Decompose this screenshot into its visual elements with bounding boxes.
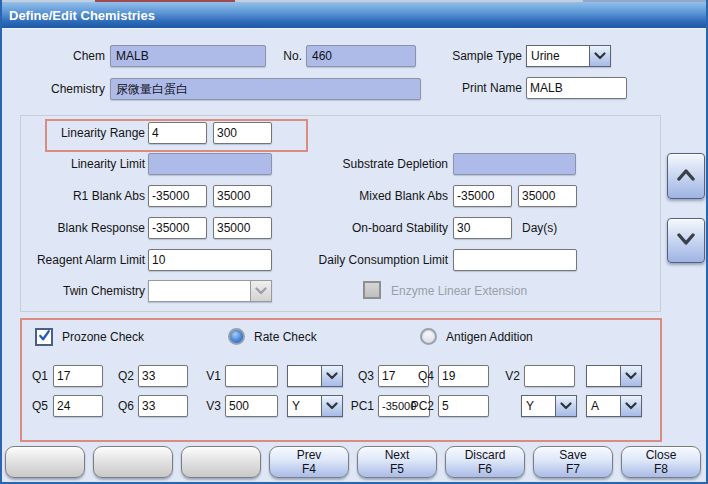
sample-type-value: Urine: [527, 46, 589, 66]
v2-input[interactable]: [524, 365, 575, 387]
button-label: Close: [646, 448, 677, 462]
pc-mode-combo[interactable]: A: [586, 395, 642, 417]
enzyme-linear-extension-checkbox: [363, 281, 381, 299]
twin-chemistry-label: Twin Chemistry: [20, 280, 145, 302]
substrate-depletion-field: [453, 153, 576, 175]
sample-type-label: Sample Type: [428, 45, 522, 67]
pc2-input[interactable]: [438, 395, 489, 417]
chemistry-field: 尿微量白蛋白: [110, 78, 421, 100]
linearity-limit-field: [148, 153, 272, 175]
print-name-input[interactable]: [526, 77, 627, 99]
chevron-down-icon: [676, 232, 696, 250]
chevron-down-icon[interactable]: [620, 396, 641, 416]
linearity-range-label: Linearity Range: [20, 122, 145, 144]
v1-input[interactable]: [225, 365, 278, 387]
next-button[interactable]: Next F5: [357, 446, 437, 478]
v1-unit-combo[interactable]: [287, 365, 343, 387]
twin-chemistry-value: [149, 281, 250, 301]
scroll-up-button[interactable]: [667, 153, 705, 199]
mixed-blank-abs-label: Mixed Blank Abs: [305, 185, 448, 207]
q2-label: Q2: [108, 365, 134, 387]
sample-type-combo[interactable]: Urine: [526, 45, 611, 67]
q6-label: Q6: [108, 395, 134, 417]
button-label: Next: [385, 448, 410, 462]
r1-blank-abs-high-input[interactable]: [213, 185, 272, 207]
enzyme-linear-extension-label: Enzyme Linear Extension: [391, 280, 527, 302]
q3-label: Q3: [348, 365, 374, 387]
v1-unit-value: [288, 366, 321, 386]
pc-mode-value: A: [587, 396, 620, 416]
chem-label: Chem: [30, 45, 105, 67]
substrate-depletion-label: Substrate Depletion: [305, 153, 448, 175]
pc-flag-value: Y: [522, 396, 555, 416]
chemistry-label: Chemistry: [30, 78, 105, 100]
button-key: F4: [302, 462, 316, 476]
linearity-range-low-input[interactable]: [148, 122, 207, 144]
onboard-stability-unit: Day(s): [522, 217, 557, 239]
prozone-check-label: Prozone Check: [62, 326, 144, 348]
onboard-stability-input[interactable]: [453, 217, 512, 239]
mixed-blank-abs-low-input[interactable]: [453, 185, 512, 207]
v2-label: V2: [494, 365, 520, 387]
twin-chemistry-combo: [148, 280, 272, 302]
q5-label: Q5: [24, 395, 48, 417]
r1-blank-abs-low-input[interactable]: [148, 185, 207, 207]
button-label: Discard: [465, 448, 506, 462]
q2-input[interactable]: [138, 365, 188, 387]
daily-consumption-limit-label: Daily Consumption Limit: [305, 249, 448, 271]
rate-check-label: Rate Check: [254, 326, 317, 348]
q1-input[interactable]: [53, 365, 103, 387]
reagent-alarm-limit-label: Reagent Alarm Limit: [20, 249, 145, 271]
pc2-label: PC2: [408, 395, 434, 417]
q4-input[interactable]: [438, 365, 489, 387]
daily-consumption-limit-input[interactable]: [453, 249, 577, 271]
close-button[interactable]: Close F8: [621, 446, 701, 478]
window-title: Define/Edit Chemistries: [9, 8, 155, 23]
v1-label: V1: [194, 365, 221, 387]
button-key: F5: [390, 462, 404, 476]
chevron-down-icon[interactable]: [620, 366, 641, 386]
v3-label: V3: [194, 395, 221, 417]
prozone-check-checkbox[interactable]: [35, 328, 53, 346]
chevron-down-icon[interactable]: [589, 46, 610, 66]
reagent-alarm-limit-input[interactable]: [148, 249, 272, 271]
chevron-down-icon[interactable]: [321, 366, 342, 386]
linearity-range-high-input[interactable]: [213, 122, 272, 144]
antigen-addition-label: Antigen Addition: [446, 326, 533, 348]
q1-label: Q1: [24, 365, 48, 387]
button-key: F6: [478, 462, 492, 476]
button-label: Prev: [297, 448, 322, 462]
r1-blank-abs-label: R1 Blank Abs: [20, 185, 145, 207]
chevron-down-icon: [250, 281, 271, 301]
blank-response-low-input[interactable]: [148, 217, 207, 239]
v3-unit-value: Y: [288, 396, 321, 416]
footer-button-blank-1[interactable]: [5, 446, 85, 478]
no-label: No.: [272, 45, 302, 67]
v3-input[interactable]: [225, 395, 278, 417]
no-field: 460: [306, 45, 416, 67]
mixed-blank-abs-high-input[interactable]: [518, 185, 577, 207]
pc-flag-combo[interactable]: Y: [521, 395, 577, 417]
checkmark-icon: [38, 328, 51, 346]
prev-button[interactable]: Prev F4: [269, 446, 349, 478]
q6-input[interactable]: [138, 395, 188, 417]
chevron-down-icon[interactable]: [555, 396, 576, 416]
save-button[interactable]: Save F7: [533, 446, 613, 478]
button-key: F8: [654, 462, 668, 476]
button-key: F7: [566, 462, 580, 476]
q5-input[interactable]: [53, 395, 103, 417]
chem-field: MALB: [110, 45, 266, 67]
footer-button-blank-2[interactable]: [93, 446, 173, 478]
v2-unit-combo[interactable]: [586, 365, 642, 387]
v3-unit-combo[interactable]: Y: [287, 395, 343, 417]
define-edit-chemistries-dialog: Define/Edit Chemistries Chem MALB No. 46…: [0, 0, 708, 484]
discard-button[interactable]: Discard F6: [445, 446, 525, 478]
chevron-down-icon[interactable]: [321, 396, 342, 416]
chevron-up-icon: [676, 167, 696, 185]
antigen-addition-radio[interactable]: [420, 328, 437, 345]
footer-button-blank-3[interactable]: [181, 446, 261, 478]
title-bar: Define/Edit Chemistries: [0, 2, 708, 29]
scroll-down-button[interactable]: [667, 218, 705, 263]
rate-check-radio[interactable]: [228, 328, 245, 345]
blank-response-high-input[interactable]: [213, 217, 272, 239]
